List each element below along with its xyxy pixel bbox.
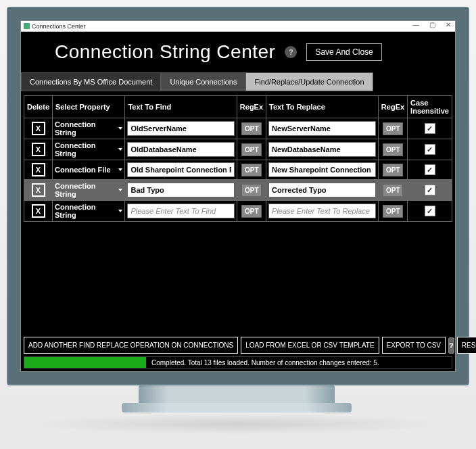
- property-label: Connection String: [55, 120, 116, 137]
- text-to-find-input[interactable]: [127, 204, 234, 218]
- text-to-replace-input[interactable]: [268, 142, 376, 157]
- delete-row-button[interactable]: X: [32, 143, 45, 156]
- monitor-stand-neck: [139, 385, 335, 404]
- regex-replace-button[interactable]: OPT: [383, 122, 403, 135]
- app-window: Connections Center — ▢ ✕ Connection Stri…: [20, 20, 456, 372]
- titlebar: Connections Center — ▢ ✕: [21, 21, 455, 32]
- col-regex-find: RegEx: [237, 96, 266, 118]
- case-insensitive-checkbox[interactable]: ✓: [425, 164, 435, 175]
- property-dropdown[interactable]: Connection File: [55, 166, 122, 174]
- regex-find-button[interactable]: OPT: [241, 205, 262, 218]
- col-delete: Delete: [24, 96, 53, 118]
- text-to-replace-input[interactable]: [268, 204, 376, 218]
- chevron-down-icon: [118, 148, 122, 151]
- property-label: Connection File: [55, 166, 111, 174]
- load-template-button[interactable]: LOAD FROM EXCEL OR CSV TEMPLATE: [241, 337, 379, 354]
- property-dropdown[interactable]: Connection String: [55, 141, 122, 158]
- table-row: XConnection FileOPTOPT✓: [24, 160, 452, 180]
- close-button[interactable]: ✕: [443, 21, 454, 28]
- chevron-down-icon: [118, 210, 122, 212]
- header-row: Delete Select Property Text To Find RegE…: [24, 96, 452, 118]
- reset-button[interactable]: RESET: [457, 337, 476, 354]
- regex-replace-button[interactable]: OPT: [383, 184, 403, 197]
- case-insensitive-checkbox[interactable]: ✓: [425, 206, 435, 216]
- col-regex-replace: RegEx: [378, 96, 407, 118]
- regex-replace-button[interactable]: OPT: [383, 143, 403, 156]
- text-to-replace-input[interactable]: [268, 121, 376, 136]
- text-to-find-input[interactable]: [127, 183, 234, 197]
- monitor-stand-base: [122, 403, 352, 412]
- table-row: XConnection StringOPTOPT✓: [24, 180, 452, 201]
- text-to-find-input[interactable]: [127, 162, 234, 177]
- footer-toolbar: ADD ANOTHER FIND REPLACE OPERATION ON CO…: [24, 337, 452, 354]
- help-button[interactable]: ?: [285, 46, 297, 58]
- delete-row-button[interactable]: X: [32, 204, 45, 218]
- case-insensitive-checkbox[interactable]: ✓: [425, 185, 435, 195]
- delete-row-button[interactable]: X: [32, 122, 45, 135]
- regex-find-button[interactable]: OPT: [241, 122, 262, 135]
- property-dropdown[interactable]: Connection String: [55, 203, 122, 219]
- col-case-insensitive: Case Insensitive: [408, 96, 452, 118]
- table-row: XConnection StringOPTOPT✓: [24, 201, 452, 222]
- tab-connections-by-document[interactable]: Connections By MS Office Document: [21, 72, 161, 91]
- export-csv-button[interactable]: EXPORT TO CSV: [382, 337, 446, 354]
- text-to-find-input[interactable]: [127, 142, 234, 157]
- text-to-replace-input[interactable]: [268, 162, 376, 177]
- property-dropdown[interactable]: Connection String: [55, 120, 122, 137]
- regex-find-button[interactable]: OPT: [241, 184, 262, 197]
- footer-help-button[interactable]: ?: [448, 337, 454, 354]
- tab-unique-connections[interactable]: Unique Connections: [161, 72, 245, 91]
- window-controls: — ▢ ✕: [410, 21, 454, 28]
- save-and-close-button[interactable]: Save And Close: [306, 43, 381, 61]
- delete-row-button[interactable]: X: [32, 163, 45, 176]
- regex-replace-button[interactable]: OPT: [383, 205, 403, 218]
- tab-strip: Connections By MS Office Document Unique…: [21, 72, 455, 91]
- table-row: XConnection StringOPTOPT✓: [24, 139, 452, 160]
- text-to-replace-input[interactable]: [268, 183, 376, 197]
- progress-bar: [24, 357, 146, 368]
- property-label: Connection String: [55, 182, 116, 198]
- monitor-shadow: [27, 414, 446, 434]
- monitor-frame: Connections Center — ▢ ✕ Connection Stri…: [7, 7, 469, 385]
- case-insensitive-checkbox[interactable]: ✓: [425, 144, 435, 155]
- col-text-to-replace: Text To Replace: [266, 96, 379, 118]
- col-select-property: Select Property: [53, 96, 125, 118]
- chevron-down-icon: [118, 127, 122, 130]
- page-title: Connection String Center: [55, 41, 275, 63]
- minimize-button[interactable]: —: [410, 21, 421, 28]
- col-text-to-find: Text To Find: [125, 96, 237, 118]
- header: Connection String Center ? Save And Clos…: [21, 32, 455, 70]
- window-title: Connections Center: [32, 23, 86, 30]
- regex-find-button[interactable]: OPT: [241, 143, 262, 156]
- add-row-button[interactable]: ADD ANOTHER FIND REPLACE OPERATION ON CO…: [24, 337, 238, 354]
- status-bar: Completed. Total 13 files loaded. Number…: [24, 356, 452, 369]
- delete-row-button[interactable]: X: [32, 183, 45, 197]
- regex-find-button[interactable]: OPT: [241, 164, 262, 176]
- case-insensitive-checkbox[interactable]: ✓: [425, 123, 435, 134]
- property-label: Connection String: [55, 141, 116, 158]
- chevron-down-icon: [118, 189, 122, 191]
- text-to-find-input[interactable]: [127, 121, 234, 136]
- chevron-down-icon: [118, 168, 122, 171]
- find-replace-grid: Delete Select Property Text To Find RegE…: [24, 95, 452, 334]
- status-text: Completed. Total 13 files loaded. Number…: [146, 359, 452, 367]
- table-row: XConnection StringOPTOPT✓: [24, 118, 452, 139]
- property-dropdown[interactable]: Connection String: [55, 182, 122, 198]
- tab-find-replace-update[interactable]: Find/Replace/Update Connection: [245, 72, 373, 91]
- maximize-button[interactable]: ▢: [427, 21, 437, 28]
- app-icon: [24, 23, 30, 29]
- property-label: Connection String: [55, 203, 116, 219]
- regex-replace-button[interactable]: OPT: [383, 164, 403, 176]
